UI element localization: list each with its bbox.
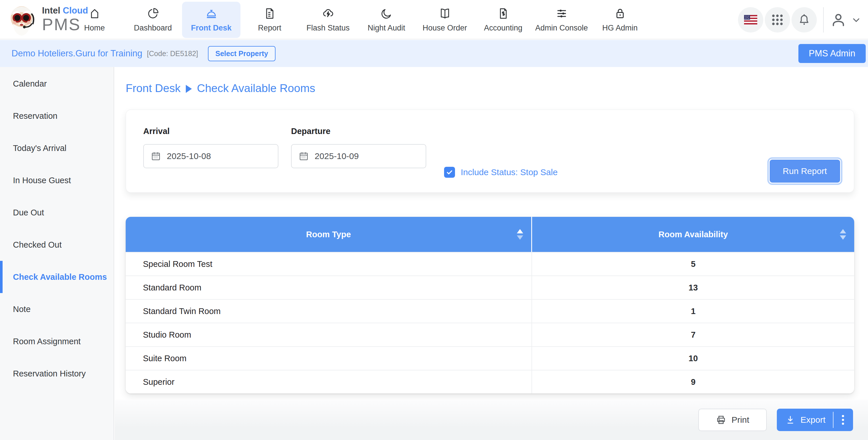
column-header-label: Room Type bbox=[306, 230, 351, 239]
table-row: Standard Twin Room 1 bbox=[126, 299, 854, 323]
sidebar-item-in-house-guest[interactable]: In House Guest bbox=[0, 164, 114, 196]
user-icon bbox=[830, 11, 847, 28]
stop-sale-checkbox[interactable] bbox=[444, 167, 455, 178]
checkmark-icon bbox=[446, 168, 453, 176]
notifications-button[interactable] bbox=[792, 7, 817, 32]
sidebar: Calendar Reservation Today's Arrival In … bbox=[0, 67, 114, 440]
sidebar-item-due-out[interactable]: Due Out bbox=[0, 196, 114, 229]
nav-label: Flash Status bbox=[306, 24, 349, 32]
table-row: Superior 9 bbox=[126, 370, 854, 394]
cloud-lightning-icon bbox=[322, 7, 335, 20]
sidebar-item-reservation-history[interactable]: Reservation History bbox=[0, 357, 114, 390]
nav-item-hg-admin[interactable]: HG Admin bbox=[591, 2, 649, 38]
nav-label: Dashboard bbox=[134, 24, 172, 32]
export-button-label: Export bbox=[800, 415, 826, 425]
sidebar-item-reservation[interactable]: Reservation bbox=[0, 100, 114, 132]
calendar-icon bbox=[299, 151, 309, 161]
table-row: Standard Room 13 bbox=[126, 276, 854, 299]
sliders-icon bbox=[555, 7, 568, 20]
report-document-icon bbox=[264, 7, 276, 20]
nav-label: Report bbox=[258, 24, 281, 32]
calendar-icon bbox=[151, 151, 161, 161]
availability-cell: 1 bbox=[532, 300, 854, 323]
arrival-date-input[interactable]: 2025-10-08 bbox=[143, 144, 278, 168]
breadcrumb: Front Desk Check Available Rooms bbox=[126, 82, 868, 95]
table-row: Suite Room 10 bbox=[126, 346, 854, 370]
chevron-down-icon bbox=[851, 15, 861, 25]
main-nav: Home Dashboard Front Desk Report Flash S… bbox=[65, 2, 649, 38]
nav-item-admin-console[interactable]: Admin Console bbox=[532, 2, 591, 38]
dollar-document-icon bbox=[497, 7, 509, 20]
breadcrumb-section[interactable]: Front Desk bbox=[126, 82, 181, 95]
print-button-label: Print bbox=[732, 415, 749, 425]
breadcrumb-arrow-icon bbox=[186, 85, 192, 93]
home-icon bbox=[88, 7, 101, 20]
sidebar-item-todays-arrival[interactable]: Today's Arrival bbox=[0, 132, 114, 164]
property-code: [Code: DE5182] bbox=[147, 50, 198, 58]
page-title: Check Available Rooms bbox=[197, 82, 315, 95]
nav-item-house-order[interactable]: House Order bbox=[415, 2, 474, 38]
export-divider bbox=[833, 412, 834, 428]
run-report-button[interactable]: Run Report bbox=[769, 159, 841, 184]
availability-cell: 5 bbox=[532, 252, 854, 276]
room-type-cell: Studio Room bbox=[126, 323, 532, 346]
nav-label: Accounting bbox=[484, 24, 523, 32]
arrival-field: Arrival 2025-10-08 bbox=[143, 127, 278, 168]
room-type-cell: Suite Room bbox=[126, 347, 532, 370]
nav-label: Admin Console bbox=[535, 24, 588, 32]
availability-cell: 10 bbox=[532, 347, 854, 370]
print-button[interactable]: Print bbox=[698, 409, 767, 431]
brand-intel: Intel bbox=[42, 5, 60, 15]
dashboard-pie-icon bbox=[147, 7, 159, 20]
select-property-button[interactable]: Select Property bbox=[208, 46, 276, 61]
departure-date-value: 2025-10-09 bbox=[315, 151, 359, 161]
room-type-cell: Standard Twin Room bbox=[126, 300, 532, 323]
sidebar-item-room-assignment[interactable]: Room Assignment bbox=[0, 325, 114, 357]
filter-card: Arrival 2025-10-08 Departure 2025-10-09 … bbox=[126, 109, 854, 193]
sidebar-item-check-available-rooms[interactable]: Check Available Rooms bbox=[0, 261, 114, 293]
language-flag-button[interactable] bbox=[738, 7, 763, 32]
open-book-icon bbox=[439, 7, 451, 20]
nav-item-dashboard[interactable]: Dashboard bbox=[124, 2, 182, 38]
sidebar-item-checked-out[interactable]: Checked Out bbox=[0, 229, 114, 261]
sidebar-item-note[interactable]: Note bbox=[0, 293, 114, 325]
column-header-label: Room Availability bbox=[659, 230, 728, 239]
departure-date-input[interactable]: 2025-10-09 bbox=[291, 144, 426, 168]
bell-desk-icon bbox=[205, 7, 218, 20]
pms-admin-button[interactable]: PMS Admin bbox=[798, 44, 866, 63]
top-actions bbox=[737, 0, 863, 39]
stop-sale-checkbox-row[interactable]: Include Status: Stop Sale bbox=[444, 167, 558, 178]
nav-label: Home bbox=[84, 24, 105, 32]
room-type-cell: Special Room Test bbox=[126, 252, 532, 276]
departure-label: Departure bbox=[291, 127, 426, 136]
lock-icon bbox=[614, 7, 626, 20]
kebab-menu-icon[interactable] bbox=[839, 414, 847, 426]
download-icon bbox=[785, 415, 795, 425]
table-row: Studio Room 7 bbox=[126, 323, 854, 346]
stop-sale-checkbox-label[interactable]: Include Status: Stop Sale bbox=[461, 167, 558, 177]
table-row: Special Room Test 5 bbox=[126, 252, 854, 276]
property-name[interactable]: Demo Hoteliers.Guru for Training bbox=[11, 48, 143, 59]
user-menu[interactable] bbox=[830, 11, 863, 28]
export-button[interactable]: Export bbox=[777, 409, 853, 431]
nav-item-night-audit[interactable]: Night Audit bbox=[357, 2, 415, 38]
arrival-date-value: 2025-10-08 bbox=[167, 151, 211, 161]
nav-item-flash-status[interactable]: Flash Status bbox=[299, 2, 357, 38]
sort-icon[interactable] bbox=[517, 229, 523, 240]
nav-item-home[interactable]: Home bbox=[65, 2, 124, 38]
nav-item-front-desk[interactable]: Front Desk bbox=[182, 2, 241, 38]
availability-cell: 9 bbox=[532, 370, 854, 394]
availability-cell: 13 bbox=[532, 276, 854, 299]
column-header-room-type[interactable]: Room Type bbox=[126, 217, 532, 252]
nav-item-accounting[interactable]: Accounting bbox=[474, 2, 532, 38]
apps-grid-button[interactable] bbox=[765, 7, 790, 32]
column-header-room-availability[interactable]: Room Availability bbox=[532, 217, 854, 252]
table-header-row: Room Type Room Availability bbox=[126, 217, 854, 252]
nav-item-report[interactable]: Report bbox=[241, 2, 299, 38]
nav-label: HG Admin bbox=[602, 24, 638, 32]
room-type-cell: Standard Room bbox=[126, 276, 532, 299]
sidebar-item-calendar[interactable]: Calendar bbox=[0, 68, 114, 100]
sort-icon[interactable] bbox=[840, 229, 846, 240]
property-bar: Demo Hoteliers.Guru for Training [Code: … bbox=[0, 40, 868, 67]
availability-cell: 7 bbox=[532, 323, 854, 346]
